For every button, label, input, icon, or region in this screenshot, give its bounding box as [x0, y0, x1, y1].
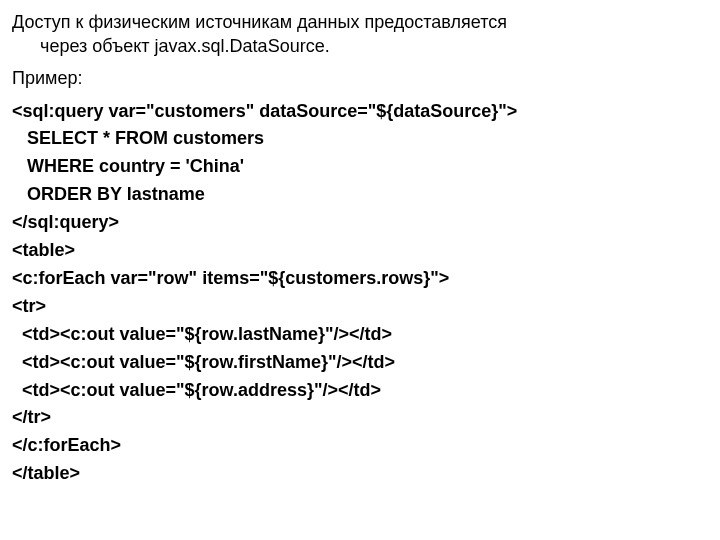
- code-line: <td><c:out value="${row.address}"/></td>: [12, 380, 381, 400]
- code-line: <td><c:out value="${row.lastName}"/></td…: [12, 324, 392, 344]
- code-line: ORDER BY lastname: [12, 184, 205, 204]
- intro-text: Доступ к физическим источникам данных пр…: [12, 10, 708, 59]
- code-line: WHERE country = 'China': [12, 156, 244, 176]
- code-line: <td><c:out value="${row.firstName}"/></t…: [12, 352, 395, 372]
- code-line: </sql:query>: [12, 212, 119, 232]
- code-line: <table>: [12, 240, 75, 260]
- code-line: <c:forEach var="row" items="${customers.…: [12, 268, 449, 288]
- intro-line-1: Доступ к физическим источникам данных пр…: [12, 12, 507, 32]
- code-line: <sql:query var="customers" dataSource="$…: [12, 101, 517, 121]
- code-line: </tr>: [12, 407, 51, 427]
- code-line: </c:forEach>: [12, 435, 121, 455]
- intro-line-2: через объект javax.sql.DataSource.: [12, 34, 708, 58]
- code-line: </table>: [12, 463, 80, 483]
- code-line: <tr>: [12, 296, 46, 316]
- example-label: Пример:: [12, 65, 708, 92]
- code-example: <sql:query var="customers" dataSource="$…: [12, 98, 708, 488]
- code-line: SELECT * FROM customers: [12, 128, 264, 148]
